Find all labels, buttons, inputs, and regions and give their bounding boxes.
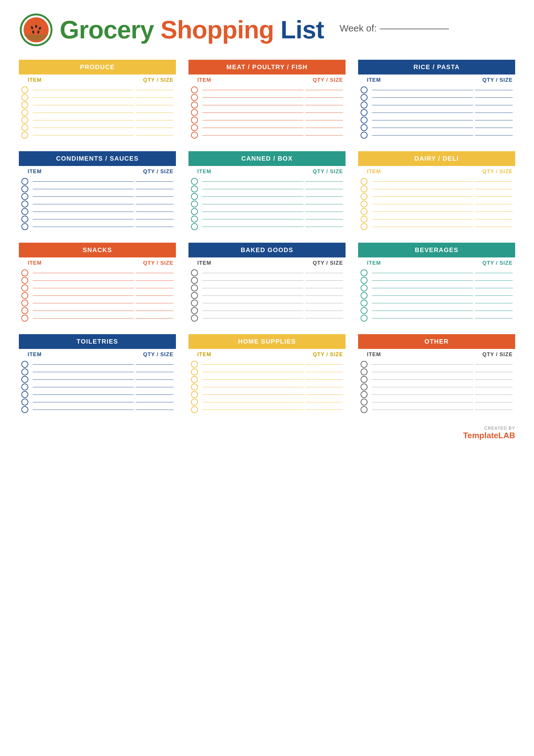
list-item <box>189 178 345 185</box>
week-of-value[interactable] <box>380 28 449 29</box>
item-name-line <box>372 120 473 121</box>
section-condiments: CONDIMENTS / SAUCESITEMQTY / SIZE <box>19 151 176 233</box>
list-item <box>189 361 345 368</box>
item-name-line <box>372 273 473 273</box>
item-qty-line <box>305 303 343 303</box>
item-name-line <box>372 113 473 113</box>
list-item <box>19 315 176 322</box>
circle-bullet-icon <box>21 406 28 413</box>
item-name-line <box>33 295 134 296</box>
category-header-toiletries: TOILETRIES <box>19 334 176 349</box>
circle-bullet-icon <box>191 384 198 391</box>
list-item <box>189 307 345 314</box>
list-item <box>19 109 176 116</box>
circle-bullet-icon <box>21 94 28 101</box>
list-item <box>189 223 345 230</box>
item-name-line <box>372 90 473 90</box>
circle-bullet-icon <box>21 193 28 200</box>
section-snacks: SNACKSITEMQTY / SIZE <box>19 243 176 325</box>
circle-bullet-icon <box>361 277 368 284</box>
circle-bullet-icon <box>21 315 28 322</box>
list-item <box>358 406 515 413</box>
item-qty-line <box>475 387 513 387</box>
category-header-beverages: BEVERAGES <box>358 243 515 257</box>
list-item <box>189 391 345 398</box>
item-qty-line <box>305 204 343 204</box>
circle-bullet-icon <box>361 109 368 116</box>
list-item <box>189 124 345 131</box>
category-header-snacks: SNACKS <box>19 243 176 257</box>
item-name-line <box>33 105 134 105</box>
item-qty-line <box>305 219 343 219</box>
footer: CREATED BY TemplateLAB <box>19 426 515 441</box>
list-item <box>19 269 176 276</box>
item-name-line <box>202 189 303 189</box>
item-name-line <box>33 120 134 121</box>
item-qty-line <box>136 189 173 189</box>
circle-bullet-icon <box>361 406 368 413</box>
item-name-line <box>202 181 303 182</box>
rows-rice-pasta <box>358 85 515 142</box>
item-name-line <box>33 318 134 318</box>
list-item <box>358 399 515 406</box>
item-name-line <box>33 372 134 372</box>
category-header-meat: MEAT / POULTRY / FISH <box>189 60 345 74</box>
title-list: List <box>281 16 324 44</box>
list-item <box>358 391 515 398</box>
circle-bullet-icon <box>191 132 198 139</box>
circle-bullet-icon <box>21 284 28 291</box>
item-qty-line <box>136 379 173 380</box>
item-name-line <box>202 364 303 364</box>
title-grocery: Grocery <box>60 16 154 44</box>
circle-bullet-icon <box>361 117 368 123</box>
item-name-line <box>372 295 473 296</box>
list-item <box>189 284 345 291</box>
item-qty-line <box>136 310 173 311</box>
item-name-line <box>202 379 303 380</box>
col-headers-condiments: ITEMQTY / SIZE <box>19 166 176 176</box>
section-produce: PRODUCEITEMQTY / SIZE <box>19 60 176 142</box>
item-qty-line <box>136 295 173 296</box>
circle-bullet-icon <box>191 109 198 116</box>
circle-bullet-icon <box>21 384 28 391</box>
item-name-line <box>33 219 134 219</box>
list-item <box>358 307 515 314</box>
item-name-line <box>33 303 134 303</box>
item-qty-line <box>305 189 343 189</box>
list-item <box>358 185 515 192</box>
list-item <box>19 292 176 299</box>
list-item <box>19 178 176 185</box>
list-item <box>358 94 515 101</box>
item-qty-line <box>305 97 343 98</box>
item-name-line <box>202 387 303 387</box>
circle-bullet-icon <box>361 178 368 185</box>
col-item-snacks: ITEM <box>28 260 42 266</box>
item-name-line <box>372 227 473 227</box>
col-qty-beverages: QTY / SIZE <box>482 260 513 266</box>
item-qty-line <box>475 303 513 303</box>
circle-bullet-icon <box>191 223 198 230</box>
list-item <box>358 178 515 185</box>
col-headers-rice-pasta: ITEMQTY / SIZE <box>358 74 515 85</box>
circle-bullet-icon <box>21 391 28 398</box>
item-name-line <box>372 288 473 288</box>
list-item <box>358 87 515 94</box>
list-item <box>358 117 515 123</box>
category-header-canned: CANNED / BOX <box>189 151 345 166</box>
item-name-line <box>372 379 473 380</box>
item-qty-line <box>305 197 343 197</box>
list-item <box>189 208 345 215</box>
circle-bullet-icon <box>191 284 198 291</box>
list-item <box>189 399 345 406</box>
item-qty-line <box>305 364 343 364</box>
item-name-line <box>33 227 134 227</box>
col-item-beverages: ITEM <box>367 260 381 266</box>
item-qty-line <box>136 281 173 281</box>
col-qty-snacks: QTY / SIZE <box>143 260 173 266</box>
circle-bullet-icon <box>191 94 198 101</box>
circle-bullet-icon <box>361 223 368 230</box>
circle-bullet-icon <box>361 193 368 200</box>
col-item-canned: ITEM <box>197 169 212 175</box>
circle-bullet-icon <box>21 300 28 307</box>
col-item-baked: ITEM <box>197 260 212 266</box>
